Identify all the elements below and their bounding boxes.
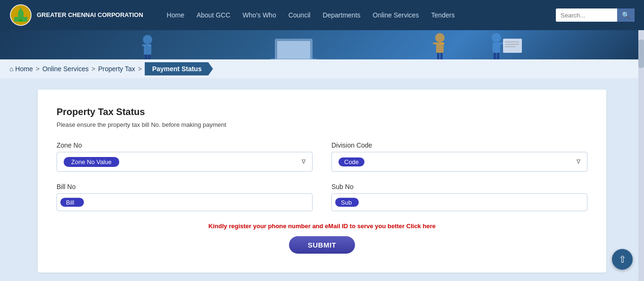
svg-rect-16 xyxy=(433,42,438,44)
form-title: Property Tax Status xyxy=(57,107,587,117)
hero-illustration xyxy=(110,30,534,59)
form-actions: Kindly register your phone number and eM… xyxy=(57,223,587,254)
bill-no-input[interactable] xyxy=(57,193,313,211)
scroll-top-button[interactable]: ⇧ xyxy=(612,249,633,270)
bc-propertytax-item[interactable]: Property Tax xyxy=(98,65,135,73)
svg-rect-12 xyxy=(277,41,310,59)
bc-online-item[interactable]: Online Services xyxy=(42,65,89,73)
breadcrumb: ⌂ Home > Online Services > Property Tax … xyxy=(0,59,644,78)
sub-no-input[interactable] xyxy=(331,193,587,211)
division-code-label: Division Code xyxy=(331,141,587,149)
division-code-select[interactable]: Code ∇ xyxy=(331,152,587,172)
zone-no-value: Zone No Value xyxy=(64,157,119,167)
svg-rect-25 xyxy=(503,39,522,53)
svg-point-5 xyxy=(143,35,152,44)
scrollbar-thumb[interactable] xyxy=(638,40,644,68)
svg-rect-8 xyxy=(148,44,151,46)
bc-online-link[interactable]: Online Services xyxy=(42,65,89,73)
bc-sep-3: > xyxy=(138,65,141,73)
app-title: GREATER CHENNAI CORPORATION xyxy=(37,11,143,19)
nav-home[interactable]: Home xyxy=(162,9,189,21)
sub-no-group: Sub No Sub xyxy=(331,183,587,211)
svg-rect-4 xyxy=(19,19,22,22)
zone-no-select[interactable]: Zone No Value ∇ xyxy=(57,152,313,172)
bc-home-link[interactable]: Home xyxy=(15,65,33,73)
form-subtitle: Please ensure the property tax bill No. … xyxy=(57,121,587,128)
svg-point-14 xyxy=(435,33,445,42)
svg-rect-7 xyxy=(142,44,146,46)
nav-council[interactable]: Council xyxy=(284,9,315,21)
nav-about[interactable]: About GCC xyxy=(192,9,235,21)
form-row-1: Zone No Zone No Value ∇ Division Code Co… xyxy=(57,141,587,172)
search-bar: 🔍 xyxy=(556,8,635,22)
bc-sep-1: > xyxy=(36,65,40,73)
register-notice[interactable]: Kindly register your phone number and eM… xyxy=(208,223,436,230)
form-row-2: Bill No Bill Sub No Sub xyxy=(57,183,587,211)
zone-no-chevron-icon: ∇ xyxy=(302,158,305,165)
search-button[interactable]: 🔍 xyxy=(617,8,635,22)
scrollbar[interactable] xyxy=(638,30,644,281)
svg-rect-17 xyxy=(440,42,445,44)
svg-rect-2 xyxy=(18,12,24,18)
svg-rect-24 xyxy=(497,53,499,59)
svg-point-20 xyxy=(492,33,501,42)
nav-departments[interactable]: Departments xyxy=(318,9,365,21)
bc-propertytax-link[interactable]: Property Tax xyxy=(98,65,135,73)
division-code-select-container: Code ∇ xyxy=(331,152,587,172)
arrow-up-icon: ⇧ xyxy=(619,254,627,265)
navbar: GREATER CHENNAI CORPORATION Home About G… xyxy=(0,0,644,30)
submit-button[interactable]: SUBMIT xyxy=(289,236,355,254)
main-content: Property Tax Status Please ensure the pr… xyxy=(0,78,644,281)
division-code-group: Division Code Code ∇ xyxy=(331,141,587,172)
svg-rect-19 xyxy=(440,53,443,59)
bc-home-item[interactable]: ⌂ Home xyxy=(9,65,33,73)
svg-rect-18 xyxy=(437,53,439,59)
form-card: Property Tax Status Please ensure the pr… xyxy=(38,90,606,273)
svg-rect-9 xyxy=(145,55,147,59)
search-input[interactable] xyxy=(556,9,617,22)
hero-banner xyxy=(0,30,644,59)
brand: GREATER CHENNAI CORPORATION xyxy=(9,4,143,26)
svg-rect-10 xyxy=(148,55,150,59)
zone-no-label: Zone No xyxy=(57,141,313,149)
nav-links: Home About GCC Who's Who Council Departm… xyxy=(162,9,556,21)
zone-no-select-container: Zone No Value ∇ xyxy=(57,152,313,172)
bill-no-label: Bill No xyxy=(57,183,313,190)
nav-whos-who[interactable]: Who's Who xyxy=(238,9,281,21)
nav-tenders[interactable]: Tenders xyxy=(427,9,460,21)
zone-no-group: Zone No Zone No Value ∇ xyxy=(57,141,313,172)
home-icon: ⌂ xyxy=(9,65,13,73)
bc-sep-2: > xyxy=(91,65,95,73)
division-code-value: Code xyxy=(339,157,364,166)
search-icon: 🔍 xyxy=(622,11,630,19)
bc-active-item: Payment Status xyxy=(145,62,213,75)
division-code-chevron-icon: ∇ xyxy=(577,158,580,165)
sub-no-label: Sub No xyxy=(331,183,587,190)
sub-no-input-wrapper: Sub xyxy=(331,193,587,211)
bill-no-input-wrapper: Bill xyxy=(57,193,313,211)
bill-no-group: Bill No Bill xyxy=(57,183,313,211)
gcc-logo xyxy=(9,4,32,26)
svg-rect-23 xyxy=(494,53,496,59)
nav-online-services[interactable]: Online Services xyxy=(368,9,424,21)
svg-rect-13 xyxy=(270,58,317,59)
